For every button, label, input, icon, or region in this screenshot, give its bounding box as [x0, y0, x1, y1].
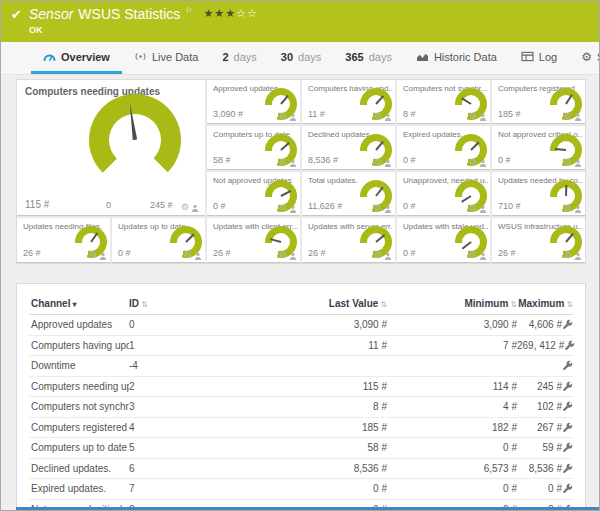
- gauge-settings-gear-icon[interactable]: ⚙: [374, 204, 382, 213]
- gauge-card[interactable]: Computers not synchr... 8 # ⚙: [397, 80, 490, 124]
- gauge-card[interactable]: Declined updates. 8,536 # ⚙: [302, 126, 395, 170]
- gauge-card[interactable]: Not approved critical o... 0 # ⚙: [492, 126, 585, 170]
- wrench-icon[interactable]: [562, 381, 573, 392]
- wrench-icon[interactable]: [562, 422, 573, 433]
- tab-log[interactable]: Log: [509, 42, 569, 74]
- gauge-card[interactable]: Updates needing files. 26 # ⚙: [17, 218, 110, 263]
- stars-filled[interactable]: ★★★: [203, 7, 236, 19]
- person-icon[interactable]: [574, 159, 582, 167]
- person-icon[interactable]: [384, 205, 392, 213]
- gauge-card[interactable]: Updates with server err... 26 # ⚙: [302, 218, 395, 263]
- person-icon[interactable]: [384, 159, 392, 167]
- table-row[interactable]: Computers having update ... 1 11 # 7 # 2…: [29, 336, 573, 357]
- column-header-last-value[interactable]: Last Value⇅: [179, 298, 387, 309]
- wrench-icon[interactable]: [564, 340, 575, 351]
- gauge-settings-gear-icon[interactable]: ⚙: [469, 112, 477, 121]
- gauge-card[interactable]: Computers having upd... 11 # ⚙: [302, 80, 395, 124]
- table-row[interactable]: Downtime -4: [29, 356, 573, 377]
- priority-stars[interactable]: ★★★☆☆: [203, 8, 257, 19]
- person-icon[interactable]: [574, 205, 582, 213]
- person-icon[interactable]: [289, 252, 297, 260]
- gauge-card[interactable]: Not approved updates 0 # ⚙: [207, 172, 300, 216]
- cell-channel[interactable]: Approved updates: [29, 319, 129, 330]
- tab-historic-data[interactable]: Historic Data: [404, 42, 509, 74]
- column-header-maximum[interactable]: Maximum⇅: [517, 298, 573, 309]
- flag-icon[interactable]: ⚐: [185, 7, 192, 15]
- table-row[interactable]: Computers needing updat... 2 115 # 114 #…: [29, 377, 573, 398]
- gauge-card[interactable]: Updates with stale upd... 0 # ⚙: [397, 218, 490, 263]
- person-icon[interactable]: [479, 205, 487, 213]
- column-header-channel[interactable]: Channel▾: [29, 298, 129, 309]
- gauge-settings-gear-icon[interactable]: ⚙: [89, 251, 97, 260]
- gauge-settings-gear-icon[interactable]: ⚙: [564, 158, 572, 167]
- gauge-card[interactable]: Updates up to date. 0 # ⚙: [112, 218, 205, 263]
- gauge-settings-gear-icon[interactable]: ⚙: [469, 158, 477, 167]
- tab-365-days[interactable]: 365 days: [333, 42, 404, 74]
- cell-channel[interactable]: Computers needing updat...: [29, 381, 129, 392]
- table-row[interactable]: Expired updates. 7 0 # 0 # 0 #: [29, 479, 573, 500]
- wrench-icon[interactable]: [562, 442, 573, 453]
- column-header-id[interactable]: ID⇅: [129, 298, 179, 309]
- person-icon[interactable]: [289, 113, 297, 121]
- main-gauge-card[interactable]: Computers needing updates 115 # 0 245 # …: [17, 80, 205, 216]
- gauge-card[interactable]: Unapproved, needed u... 0 # ⚙: [397, 172, 490, 216]
- gauge-settings-gear-icon[interactable]: ⚙: [374, 112, 382, 121]
- table-row[interactable]: Declined updates. 6 8,536 # 6,573 # 8,53…: [29, 459, 573, 480]
- gauge-settings-gear-icon[interactable]: ⚙: [184, 251, 192, 260]
- wrench-icon[interactable]: [562, 360, 573, 371]
- gauge-settings-gear-icon[interactable]: ⚙: [564, 251, 572, 260]
- wrench-icon[interactable]: [562, 401, 573, 412]
- gauge-settings-gear-icon[interactable]: ⚙: [564, 204, 572, 213]
- column-header-minimum[interactable]: Minimum⇅: [387, 298, 517, 309]
- person-icon[interactable]: [479, 113, 487, 121]
- gauge-card[interactable]: Total updates. 11,626 # ⚙: [302, 172, 395, 216]
- gauge-settings-gear-icon[interactable]: ⚙: [469, 251, 477, 260]
- cell-channel[interactable]: Computers up to date: [29, 442, 129, 453]
- table-row[interactable]: Computers up to date 5 58 # 0 # 59 #: [29, 438, 573, 459]
- gauge-card[interactable]: Approved updates 3,090 # ⚙: [207, 80, 300, 124]
- person-icon[interactable]: [191, 204, 199, 212]
- cell-channel[interactable]: Declined updates.: [29, 463, 129, 474]
- cell-channel[interactable]: Expired updates.: [29, 483, 129, 494]
- person-icon[interactable]: [479, 159, 487, 167]
- tab-live-data[interactable]: Live Data: [122, 42, 210, 74]
- person-icon[interactable]: [574, 252, 582, 260]
- gauge-card[interactable]: Updates needed by co... 710 # ⚙: [492, 172, 585, 216]
- cell-channel[interactable]: Computers not synchroniz...: [29, 401, 129, 412]
- tab-settings[interactable]: ⚙ Settings: [569, 42, 600, 74]
- wrench-icon[interactable]: [562, 463, 573, 474]
- tab-30-days[interactable]: 30 days: [269, 42, 334, 74]
- person-icon[interactable]: [99, 252, 107, 260]
- tab-overview[interactable]: Overview: [31, 42, 122, 74]
- tab-2-days[interactable]: 2 days: [210, 42, 268, 74]
- wrench-icon[interactable]: [562, 319, 573, 330]
- gauge-card[interactable]: Updates with client err... 26 # ⚙: [207, 218, 300, 263]
- gauge-card[interactable]: Computers registered 185 # ⚙: [492, 80, 585, 124]
- wrench-icon[interactable]: [562, 483, 573, 494]
- person-icon[interactable]: [384, 113, 392, 121]
- gauge-card[interactable]: Expired updates. 0 # ⚙: [397, 126, 490, 170]
- gauge-settings-gear-icon[interactable]: ⚙: [181, 203, 189, 212]
- person-icon[interactable]: [194, 252, 202, 260]
- cell-channel[interactable]: Computers registered: [29, 422, 129, 433]
- gauge-settings-gear-icon[interactable]: ⚙: [564, 112, 572, 121]
- table-row[interactable]: Computers registered 4 185 # 182 # 267 #: [29, 418, 573, 439]
- gauge-settings-gear-icon[interactable]: ⚙: [279, 251, 287, 260]
- gauge-settings-gear-icon[interactable]: ⚙: [469, 204, 477, 213]
- table-row[interactable]: Computers not synchroniz... 3 8 # 4 # 10…: [29, 397, 573, 418]
- gauge-settings-gear-icon[interactable]: ⚙: [279, 204, 287, 213]
- gauge-settings-gear-icon[interactable]: ⚙: [279, 112, 287, 121]
- gauge-settings-gear-icon[interactable]: ⚙: [374, 251, 382, 260]
- person-icon[interactable]: [289, 159, 297, 167]
- table-row[interactable]: Approved updates 0 3,090 # 3,090 # 4,606…: [29, 315, 573, 336]
- person-icon[interactable]: [574, 113, 582, 121]
- person-icon[interactable]: [479, 252, 487, 260]
- gauge-settings-gear-icon[interactable]: ⚙: [279, 158, 287, 167]
- cell-channel[interactable]: Computers having update ...: [29, 340, 129, 351]
- person-icon[interactable]: [384, 252, 392, 260]
- cell-channel[interactable]: Downtime: [29, 360, 129, 371]
- gauge-card[interactable]: Computers up to date 58 # ⚙: [207, 126, 300, 170]
- person-icon[interactable]: [289, 205, 297, 213]
- gauge-settings-gear-icon[interactable]: ⚙: [374, 158, 382, 167]
- stars-empty[interactable]: ☆☆: [236, 7, 258, 19]
